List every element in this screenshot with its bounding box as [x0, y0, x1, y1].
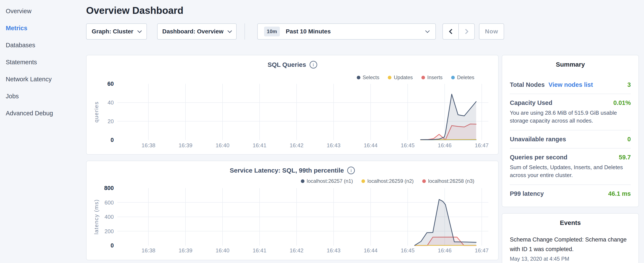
dashboard-dropdown-label: Dashboard: Overview	[162, 28, 224, 35]
svg-text:16:40: 16:40	[216, 142, 230, 149]
svg-text:16:39: 16:39	[178, 247, 192, 254]
event-timestamp: May 13, 2020 at 4:45 PM	[510, 256, 631, 262]
svg-text:16:43: 16:43	[327, 142, 340, 149]
time-range-badge: 10m	[264, 27, 280, 36]
chevron-right-icon	[463, 29, 468, 34]
chevron-down-icon	[425, 28, 430, 33]
svg-text:16:39: 16:39	[178, 142, 192, 149]
summary-value: 3	[628, 81, 631, 88]
svg-text:20: 20	[108, 118, 114, 124]
summary-row-total-nodes: Total Nodes View nodes list 3	[510, 81, 631, 88]
svg-text:16:44: 16:44	[364, 247, 378, 254]
svg-text:16:40: 16:40	[216, 247, 230, 254]
divider	[510, 94, 631, 94]
divider	[510, 148, 631, 149]
svg-text:800: 800	[104, 185, 114, 191]
svg-text:16:47: 16:47	[475, 247, 488, 254]
sidebar-item-statements[interactable]: Statements	[0, 54, 83, 71]
time-step-back-button[interactable]	[443, 24, 458, 39]
graph-scope-dropdown-label: Graph: Cluster	[92, 28, 133, 35]
summary-row-capacity-used: Capacity Used 0.01%	[510, 99, 631, 106]
summary-label: P99 latency	[510, 190, 544, 197]
svg-text:16:43: 16:43	[327, 247, 340, 254]
service-latency-chart-card: Service Latency: SQL, 99th percentile i …	[86, 161, 498, 260]
summary-description: Sum of Selects, Updates, Inserts, and De…	[510, 163, 631, 179]
svg-text:400: 400	[104, 214, 114, 220]
events-title: Events	[510, 219, 631, 226]
sidebar-item-advanced-debug[interactable]: Advanced Debug	[0, 105, 83, 122]
sidebar-item-databases[interactable]: Databases	[0, 37, 83, 54]
dashboard-dropdown[interactable]: Dashboard: Overview	[157, 24, 237, 40]
summary-label: Queries per second	[510, 154, 568, 161]
sidebar-item-jobs[interactable]: Jobs	[0, 88, 83, 105]
service-latency-chart-canvas: 16:3816:3916:4016:4116:4216:4316:4416:45…	[86, 161, 499, 261]
svg-text:16:45: 16:45	[401, 142, 414, 149]
chevron-down-icon	[137, 28, 142, 33]
summary-label: Total Nodes	[510, 81, 545, 88]
svg-text:600: 600	[104, 199, 114, 206]
svg-text:0: 0	[110, 242, 114, 249]
summary-value: 0	[628, 136, 631, 143]
divider	[510, 184, 631, 185]
summary-value: 59.7	[619, 154, 631, 161]
svg-text:40: 40	[108, 99, 114, 106]
svg-text:200: 200	[104, 228, 114, 234]
events-panel: Events Schema Change Completed: Schema c…	[502, 213, 639, 263]
time-range-picker[interactable]: 10m Past 10 Minutes	[257, 24, 436, 40]
summary-description: You are using 28.6 MiB of 515.9 GiB usab…	[510, 109, 631, 125]
svg-text:16:47: 16:47	[475, 142, 488, 149]
svg-text:queries: queries	[93, 101, 100, 122]
svg-text:latency (ms): latency (ms)	[93, 199, 100, 234]
svg-text:16:46: 16:46	[438, 247, 452, 254]
summary-row-queries-per-second: Queries per second 59.7	[510, 154, 631, 161]
summary-title: Summary	[510, 61, 631, 68]
event-message[interactable]: Schema Change Completed: Schema change w…	[510, 235, 631, 254]
summary-row-p99-latency: P99 latency 46.1 ms	[510, 190, 631, 197]
summary-label: Unavailable ranges	[510, 136, 566, 143]
view-nodes-list-link[interactable]: View nodes list	[548, 81, 593, 88]
toolbar-divider	[244, 24, 245, 40]
sidebar: Overview Metrics Databases Statements Ne…	[0, 0, 83, 263]
sql-queries-chart-canvas: 16:3816:3916:4016:4116:4216:4316:4416:45…	[86, 55, 499, 155]
svg-text:16:41: 16:41	[252, 247, 266, 254]
svg-text:16:41: 16:41	[252, 142, 266, 149]
toolbar: Graph: Cluster Dashboard: Overview 10m P…	[86, 24, 504, 40]
summary-panel: Summary Total Nodes View nodes list 3 Ca…	[502, 55, 639, 207]
svg-text:16:38: 16:38	[142, 142, 156, 149]
svg-text:16:46: 16:46	[438, 142, 452, 149]
chevron-left-icon	[449, 29, 454, 34]
time-step-buttons	[442, 24, 475, 40]
svg-text:60: 60	[107, 81, 114, 87]
time-range-label: Past 10 Minutes	[286, 28, 331, 35]
svg-text:16:44: 16:44	[364, 142, 378, 149]
divider	[510, 130, 631, 130]
svg-text:0: 0	[110, 137, 114, 143]
now-button[interactable]: Now	[479, 24, 504, 40]
summary-label: Capacity Used	[510, 99, 552, 106]
summary-value: 46.1 ms	[608, 190, 631, 197]
summary-row-unavailable-ranges: Unavailable ranges 0	[510, 136, 631, 143]
chevron-down-icon	[228, 28, 232, 33]
time-step-forward-button[interactable]	[458, 24, 474, 39]
svg-text:16:45: 16:45	[401, 247, 414, 254]
main-content: Overview Dashboard Graph: Cluster Dashbo…	[86, 0, 504, 40]
svg-text:16:42: 16:42	[290, 247, 304, 254]
sidebar-item-network-latency[interactable]: Network Latency	[0, 71, 83, 88]
svg-text:16:42: 16:42	[290, 142, 304, 149]
page-title: Overview Dashboard	[86, 5, 504, 16]
sidebar-item-metrics[interactable]: Metrics	[0, 20, 83, 37]
graph-scope-dropdown[interactable]: Graph: Cluster	[86, 24, 147, 40]
svg-text:16:38: 16:38	[142, 247, 156, 254]
sql-queries-chart-card: SQL Queries i SelectsUpdatesInsertsDelet…	[86, 55, 498, 155]
summary-value: 0.01%	[614, 99, 631, 106]
sidebar-item-overview[interactable]: Overview	[0, 3, 83, 20]
